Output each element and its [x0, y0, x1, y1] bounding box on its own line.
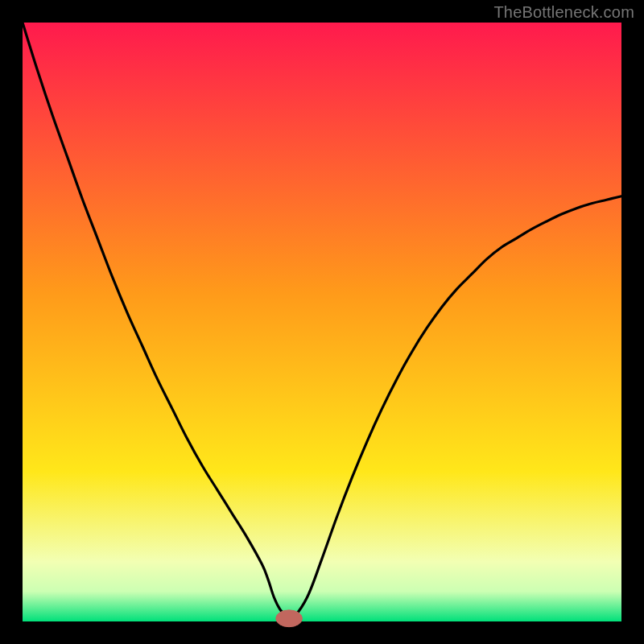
chart-container: TheBottleneck.com: [0, 0, 644, 644]
plot-background: [23, 23, 621, 621]
bottleneck-chart: [0, 0, 644, 644]
attribution-text: TheBottleneck.com: [493, 3, 634, 22]
optimal-point-marker: [276, 610, 303, 627]
